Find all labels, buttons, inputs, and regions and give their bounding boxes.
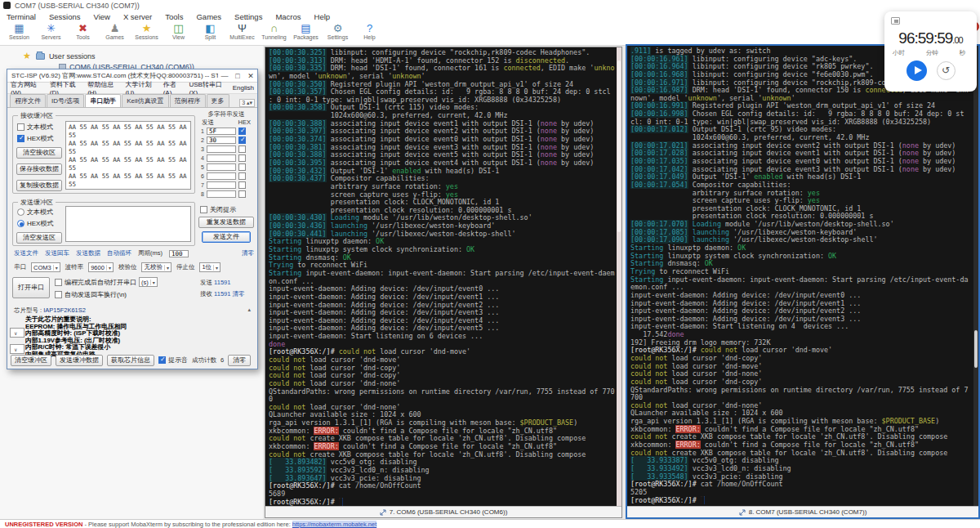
toolbar-button-multiexec[interactable]: ΨMultiExec xyxy=(226,22,258,41)
multi-string-checkbox[interactable] xyxy=(238,190,246,198)
multi-string-input[interactable] xyxy=(207,181,236,189)
close-button[interactable]: ✕ xyxy=(244,72,257,80)
multi-string-input[interactable] xyxy=(207,190,236,198)
send-link[interactable]: 自动循环 xyxy=(107,249,131,257)
stc-tab-1[interactable]: ID号/选项 xyxy=(47,94,84,107)
close-prompt-checkbox[interactable]: 关闭提示 xyxy=(200,205,236,214)
toolbar-button-settings[interactable]: ⚙Settings xyxy=(322,22,354,41)
stc-menu-item[interactable]: English xyxy=(229,84,257,92)
multi-string-checkbox[interactable] xyxy=(238,136,246,144)
receive-hex-view[interactable]: AA 55 AA 55 AA 55 AA 55 AA 55 AA 55AA 55… xyxy=(65,121,191,190)
repeat-send-button[interactable]: 重复发送数据 xyxy=(198,217,254,228)
pip-icon[interactable] xyxy=(891,17,900,25)
stc-tab-0[interactable]: 程序文件 xyxy=(10,94,46,107)
tab-com6[interactable]: 7. COM6 (USB-SERIAL CH340 (COM6)) xyxy=(265,506,621,517)
stc-tab-3[interactable]: Keil仿真设置 xyxy=(122,94,168,107)
multi-string-input[interactable] xyxy=(207,136,236,144)
clear-counters-link[interactable]: 清零 xyxy=(233,290,245,298)
subscribe-link[interactable]: https://mobaxterm.mobatek.net xyxy=(292,521,376,528)
radio-icon[interactable] xyxy=(17,208,24,216)
auto-open-port-checkbox[interactable]: 编程完成后自动打开串口 (s)▾ xyxy=(55,277,158,287)
toolbar-button-help[interactable]: ?Help xyxy=(354,22,385,41)
mini-dropdown-1[interactable]: ∨ xyxy=(10,328,24,338)
port-combo-1[interactable]: 9600▾ xyxy=(88,262,114,272)
copy-receive-button[interactable]: 复制接收数据 xyxy=(16,180,62,191)
menu-item-macros[interactable]: Macros xyxy=(269,12,307,21)
multi-string-checkbox[interactable] xyxy=(238,154,246,162)
multi-string-checkbox[interactable] xyxy=(238,163,246,171)
menu-item-x-server[interactable]: X server xyxy=(117,12,158,21)
bottom-button[interactable]: 发送缓冲数据 xyxy=(56,355,103,366)
minimize-button[interactable]: — xyxy=(218,72,231,80)
checkbox-icon[interactable] xyxy=(55,279,62,286)
send-hex-mode-radio[interactable]: HEX模式 xyxy=(17,219,53,228)
menu-item-sessions[interactable]: Sessions xyxy=(42,12,87,21)
sidebar-item-user-sessions[interactable]: User sessions xyxy=(49,52,96,60)
toolbar-button-split[interactable]: ◧Split xyxy=(194,22,226,41)
auto-crlf-checkbox[interactable]: 自动发送回车换行(\n) xyxy=(55,290,127,299)
send-file-button[interactable]: 发送文件 xyxy=(202,231,251,243)
multi-string-input[interactable] xyxy=(207,145,236,153)
radio-icon[interactable] xyxy=(17,220,24,227)
checkbox-icon[interactable] xyxy=(55,291,62,298)
checkbox-icon[interactable] xyxy=(17,135,24,142)
send-text-mode-radio[interactable]: 文本模式 xyxy=(17,208,53,217)
scrollbar[interactable] xyxy=(617,47,621,506)
stc-tab-2[interactable]: 串口助手 xyxy=(85,94,121,107)
favorites-star-icon[interactable]: ★ xyxy=(23,51,31,61)
clear-send-button[interactable]: 清空发送区 xyxy=(16,232,62,244)
terminal-output-com7[interactable]: .911] is tagged by udev as: switch[00:00… xyxy=(627,46,973,506)
multi-string-input[interactable] xyxy=(207,154,236,162)
menu-item-tools[interactable]: Tools xyxy=(158,12,189,21)
menu-item-terminal[interactable]: Terminal xyxy=(0,12,42,21)
mini-dropdown-2[interactable]: ∨ xyxy=(10,344,24,354)
toolbar-button-packages[interactable]: ▤Packages xyxy=(290,22,322,41)
multi-string-checkbox[interactable] xyxy=(238,172,246,180)
stc-tab-5[interactable]: 更多 xyxy=(207,94,229,107)
save-receive-button[interactable]: 保存接收数据 xyxy=(16,163,62,175)
port-combo-2[interactable]: 无校验▾ xyxy=(141,262,172,272)
text-mode-checkbox[interactable]: 文本模式 xyxy=(17,123,53,132)
toolbar-button-tunneling[interactable]: ∩Tunneling xyxy=(258,22,290,41)
send-link[interactable]: 发送数据 xyxy=(76,249,100,257)
scrollbar[interactable] xyxy=(973,46,978,506)
count-reset-button[interactable]: 清零 xyxy=(228,355,251,366)
toolbar-button-servers[interactable]: ✳Servers xyxy=(35,22,67,41)
timer-reset-button[interactable]: ↺ xyxy=(937,61,956,80)
toolbar-button-games[interactable]: ♟Games xyxy=(99,22,131,41)
send-buffer-textarea[interactable] xyxy=(65,206,191,242)
multi-string-input[interactable] xyxy=(207,163,236,171)
beep-checkbox[interactable]: 提示音 xyxy=(158,356,188,365)
toolbar-button-sessions[interactable]: ★Sessions xyxy=(131,22,163,41)
port-combo-3[interactable]: 1位▾ xyxy=(199,262,220,272)
maximize-button[interactable]: □ xyxy=(231,72,244,80)
multi-string-checkbox[interactable] xyxy=(238,128,246,135)
cycle-input[interactable] xyxy=(169,250,189,257)
hex-mode-checkbox[interactable]: HEX模式 xyxy=(17,134,53,143)
clear-receive-button[interactable]: 清空接收区 xyxy=(16,147,62,159)
multi-string-input[interactable] xyxy=(207,128,236,135)
scrollbar-thumb[interactable] xyxy=(974,330,978,368)
scrollbar-thumb[interactable] xyxy=(617,60,621,232)
toolbar-button-view[interactable]: ◫View xyxy=(163,22,194,41)
multi-string-checkbox[interactable] xyxy=(238,181,246,189)
send-link[interactable]: 发送文件 xyxy=(14,249,38,257)
stc-tab-4[interactable]: 范例程序 xyxy=(170,94,206,107)
bottom-button[interactable]: 清空缓冲区 xyxy=(11,355,51,366)
menu-item-view[interactable]: View xyxy=(87,12,116,21)
tab-spinner[interactable]: 3 ▴▾ xyxy=(239,99,255,107)
port-combo-0[interactable]: COM3▾ xyxy=(31,262,60,272)
menu-item-games[interactable]: Games xyxy=(189,12,228,21)
menu-item-settings[interactable]: Settings xyxy=(228,12,269,21)
checkbox-icon[interactable] xyxy=(17,123,24,131)
multi-string-checkbox[interactable] xyxy=(238,145,246,153)
timer-play-button[interactable] xyxy=(906,60,927,81)
checkbox-icon[interactable] xyxy=(158,356,166,364)
terminal-pane-com7[interactable]: .911] is tagged by udev as: switch[00:00… xyxy=(626,44,980,519)
terminal-output-com6[interactable]: [00:00:30.325] libinput: configuring dev… xyxy=(265,47,617,506)
open-port-button[interactable]: 打开串口 xyxy=(12,277,50,298)
terminal-pane-com6[interactable]: [00:00:30.325] libinput: configuring dev… xyxy=(265,47,622,518)
toolbar-button-session[interactable]: ▦Session xyxy=(3,22,35,41)
scroll-up-icon[interactable]: ▴ xyxy=(247,307,251,313)
tab-com7[interactable]: 8. COM7 (USB-SERIAL CH340 (COM7)) xyxy=(627,506,978,517)
